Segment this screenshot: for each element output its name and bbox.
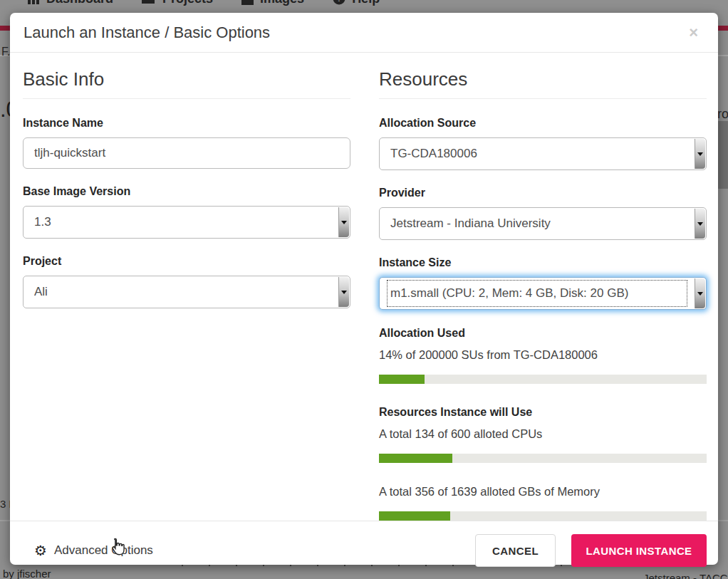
provider-label: Provider bbox=[379, 187, 707, 199]
chevron-down-icon bbox=[695, 139, 705, 169]
launch-instance-button[interactable]: LAUNCH INSTANCE bbox=[571, 534, 707, 567]
provider-value: Jetstream - Indiana University bbox=[390, 217, 551, 231]
allocation-source-select[interactable]: TG-CDA180006 bbox=[379, 137, 707, 170]
basic-info-heading: Basic Info bbox=[23, 68, 350, 99]
base-image-version-label: Base Image Version bbox=[23, 185, 350, 198]
cancel-button[interactable]: CANCEL bbox=[475, 534, 556, 567]
base-image-version-group: Base Image Version 1.3 bbox=[23, 185, 350, 239]
advanced-options-link[interactable]: ⚙ Advanced Options bbox=[34, 543, 153, 558]
instance-size-label: Instance Size bbox=[379, 256, 707, 269]
modal-footer: ⚙ Advanced Options CANCEL LAUNCH INSTANC… bbox=[10, 521, 718, 579]
allocation-source-label: Allocation Source bbox=[379, 117, 707, 130]
project-select[interactable]: Ali bbox=[23, 276, 350, 308]
chevron-down-icon bbox=[338, 277, 349, 307]
instance-size-group: Instance Size m1.small (CPU: 2, Mem: 4 G… bbox=[379, 256, 707, 310]
footer-buttons: CANCEL LAUNCH INSTANCE bbox=[475, 534, 707, 567]
base-image-version-select[interactable]: 1.3 bbox=[23, 206, 350, 239]
project-value: Ali bbox=[34, 285, 48, 299]
project-label: Project bbox=[23, 255, 350, 268]
resources-column: Resources Allocation Source TG-CDA180006… bbox=[379, 68, 707, 521]
nav-item-help: ? Help bbox=[333, 0, 380, 6]
provider-group: Provider Jetstream - Indiana University bbox=[379, 187, 707, 240]
close-icon[interactable]: × bbox=[685, 24, 702, 42]
allocation-used-progress-fill bbox=[379, 375, 425, 384]
allocation-source-value: TG-CDA180006 bbox=[390, 147, 477, 161]
modal-header: Launch an Instance / Basic Options × bbox=[10, 13, 718, 53]
bar-chart-icon bbox=[27, 0, 40, 5]
instance-name-input[interactable] bbox=[23, 137, 350, 169]
chevron-down-icon bbox=[695, 209, 705, 239]
resources-will-use-heading: Resources Instance will Use bbox=[379, 406, 707, 419]
launch-instance-modal: Launch an Instance / Basic Options × Bas… bbox=[10, 13, 718, 565]
modal-title: Launch an Instance / Basic Options bbox=[24, 24, 270, 42]
cpu-progressbar bbox=[379, 454, 707, 463]
resources-heading: Resources bbox=[379, 68, 707, 99]
cpu-progress-fill bbox=[379, 454, 452, 463]
instance-name-group: Instance Name bbox=[23, 117, 350, 169]
nav-item-images: Images bbox=[241, 0, 304, 6]
memory-usage-text: A total 356 of 1639 alloted GBs of Memor… bbox=[379, 485, 707, 499]
project-group: Project Ali bbox=[23, 255, 350, 308]
nav-item-projects: Projects bbox=[142, 0, 213, 6]
nav-item-dashboard: Dashboard bbox=[27, 0, 113, 6]
background-table-header-edge bbox=[718, 121, 728, 189]
instance-size-select[interactable]: m1.small (CPU: 2, Mem: 4 GB, Disk: 20 GB… bbox=[379, 277, 707, 310]
chevron-down-icon bbox=[695, 278, 705, 308]
nav-label: Projects bbox=[162, 0, 213, 6]
background-navbar: Dashboard Projects Images ? Help bbox=[27, 0, 380, 6]
nav-label: Help bbox=[352, 0, 380, 6]
cpu-usage-text: A total 134 of 600 alloted CPUs bbox=[379, 427, 707, 441]
svg-text:?: ? bbox=[337, 0, 342, 3]
nav-label: Dashboard bbox=[46, 0, 113, 6]
background-text-fragment: F. bbox=[1, 46, 10, 58]
nav-label: Images bbox=[260, 0, 304, 6]
allocation-source-group: Allocation Source TG-CDA180006 bbox=[379, 117, 707, 170]
instance-name-label: Instance Name bbox=[23, 117, 350, 130]
modal-body: Basic Info Instance Name Base Image Vers… bbox=[10, 53, 718, 521]
gear-icon: ⚙ bbox=[34, 543, 47, 558]
allocation-used-progressbar bbox=[379, 375, 707, 384]
basic-info-column: Basic Info Instance Name Base Image Vers… bbox=[23, 68, 350, 521]
folder-icon bbox=[142, 0, 156, 5]
chevron-down-icon bbox=[338, 207, 349, 237]
save-icon bbox=[241, 0, 254, 5]
provider-select[interactable]: Jetstream - Indiana University bbox=[379, 207, 707, 240]
memory-progressbar bbox=[379, 511, 707, 521]
memory-progress-fill bbox=[379, 511, 450, 521]
instance-size-value: m1.small (CPU: 2, Mem: 4 GB, Disk: 20 GB… bbox=[388, 281, 687, 306]
allocation-used-heading: Allocation Used bbox=[379, 327, 707, 340]
base-image-version-value: 1.3 bbox=[34, 215, 51, 229]
advanced-options-label: Advanced Options bbox=[54, 543, 153, 558]
allocation-used-text: 14% of 200000 SUs from TG-CDA180006 bbox=[379, 348, 707, 362]
background-heading-fragment: ro bbox=[717, 107, 728, 122]
help-circle-icon: ? bbox=[333, 0, 345, 5]
